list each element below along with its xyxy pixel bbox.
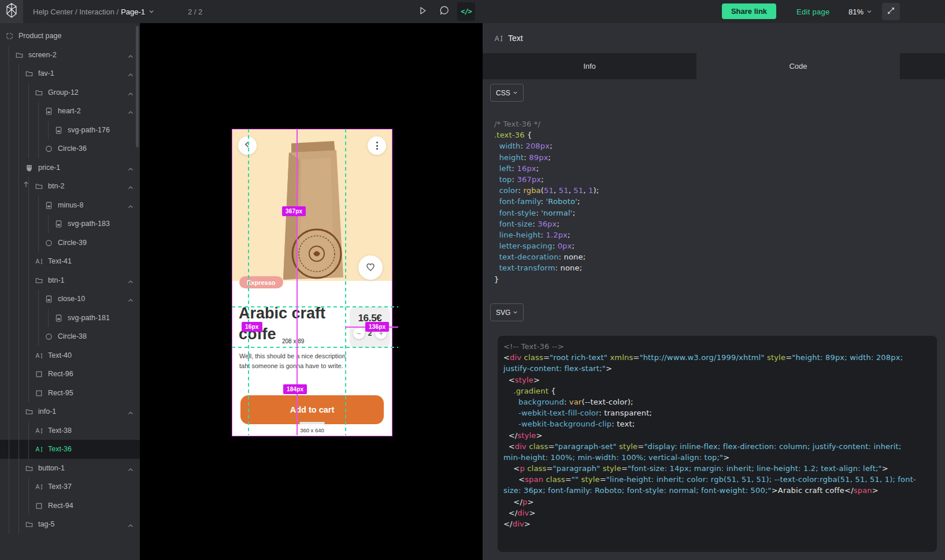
layer-item-svg-path-181[interactable]: svg-path-181 xyxy=(0,309,140,328)
layer-item-text-38[interactable]: AText-38 xyxy=(0,421,140,440)
device-frame[interactable]: Expresso Arabic craft coffe 16.5€ − 2 + … xyxy=(232,129,392,436)
sidebar-scrollbar[interactable] xyxy=(136,26,139,147)
css-code-block[interactable]: /* Text-36 */.text-36 { width: 208px; he… xyxy=(494,118,599,285)
chevron-up-icon[interactable] xyxy=(127,165,134,172)
chevron-left-icon xyxy=(243,140,252,151)
layer-item-text-37[interactable]: AText-37 xyxy=(0,477,140,496)
fullscreen-button[interactable] xyxy=(882,3,900,20)
layer-item-screen-2[interactable]: screen-2 xyxy=(0,46,140,65)
indent-guide xyxy=(18,440,19,459)
layer-item-btn-1[interactable]: btn-1 xyxy=(0,271,140,290)
layer-item-circle-39[interactable]: Circle-39 xyxy=(0,233,140,253)
indent-guide xyxy=(9,102,9,121)
chevron-up-icon[interactable] xyxy=(127,71,134,77)
layer-item-btn-2[interactable]: btn-2 xyxy=(0,177,140,196)
tab-code[interactable]: Code xyxy=(696,53,900,79)
layer-item-circle-38[interactable]: Circle-38 xyxy=(0,327,140,346)
canvas[interactable]: Expresso Arabic craft coffe 16.5€ − 2 + … xyxy=(140,23,483,560)
layer-item-price-1[interactable]: price-1 xyxy=(0,158,140,177)
mask-icon xyxy=(25,164,33,172)
chevron-up-icon[interactable] xyxy=(127,202,134,209)
layer-item-rect-96[interactable]: Rect-96 xyxy=(0,365,140,384)
code-mode-button[interactable]: </> xyxy=(457,2,475,21)
indent-guide xyxy=(9,327,9,346)
layer-item-product page[interactable]: Product page xyxy=(0,27,140,46)
layer-item-button-1[interactable]: button-1 xyxy=(0,459,140,478)
chevron-up-icon[interactable] xyxy=(127,465,134,472)
rect-icon xyxy=(35,502,43,510)
back-button[interactable] xyxy=(238,136,257,155)
text-size-label: 208 x 89 xyxy=(282,338,304,344)
indent-guide xyxy=(18,365,19,384)
chevron-up-icon[interactable] xyxy=(127,90,134,97)
minus-button[interactable]: − xyxy=(353,328,365,339)
layer-item-circle-36[interactable]: Circle-36 xyxy=(0,139,140,158)
code-line: </style> xyxy=(503,430,916,441)
svg-code-box[interactable]: <!-- Text-36 --><div class="root rich-te… xyxy=(498,336,937,552)
add-to-cart-button[interactable]: Add to cart xyxy=(240,395,384,424)
code-line: <div class="root rich-text" xmlns="http:… xyxy=(503,352,916,363)
code-line: height: 89px; xyxy=(494,152,599,163)
layer-item-svg-path-176[interactable]: svg-path-176 xyxy=(0,121,140,140)
app-logo[interactable] xyxy=(0,0,23,23)
layer-item-close-10[interactable]: close-10 xyxy=(0,290,140,309)
code-icon: </> xyxy=(461,8,472,16)
indent-guide xyxy=(9,290,9,309)
indent-guide xyxy=(38,214,39,233)
measure-badge-width: 136px xyxy=(365,322,389,332)
layer-item-tag-5[interactable]: tag-5 xyxy=(0,515,140,534)
layer-label: btn-2 xyxy=(48,182,65,190)
chevron-up-icon[interactable] xyxy=(127,277,134,284)
code-line: <span class="" style="line-height: inher… xyxy=(503,474,916,485)
text-layer-icon: A xyxy=(494,34,503,43)
breadcrumb[interactable]: Help Center / Interaction / Page-1 xyxy=(33,0,154,23)
css-format-select[interactable]: CSS xyxy=(490,84,524,102)
folder-icon xyxy=(16,51,23,59)
svg-format-select[interactable]: SVG xyxy=(490,303,524,321)
layer-item-text-40[interactable]: AText-40 xyxy=(0,346,140,365)
comments-button[interactable] xyxy=(435,0,454,23)
preview-play-button[interactable] xyxy=(413,0,432,23)
layer-item-fav-1[interactable]: fav-1 xyxy=(0,64,140,83)
inspector-tabs: Info Code xyxy=(483,53,945,79)
layer-label: Rect-94 xyxy=(48,502,73,510)
share-link-button[interactable]: Share link xyxy=(722,3,776,19)
chevron-up-icon[interactable] xyxy=(127,183,134,190)
layer-item-rect-94[interactable]: Rect-94 xyxy=(0,496,140,516)
favorite-button[interactable] xyxy=(358,255,383,280)
layer-item-svg-path-183[interactable]: svg-path-183 xyxy=(0,214,140,233)
layer-item-heart-2[interactable]: heart-2 xyxy=(0,102,140,121)
indent-guide xyxy=(9,384,9,403)
layer-label: price-1 xyxy=(38,164,60,172)
indent-guide xyxy=(9,477,9,496)
chevron-up-icon[interactable] xyxy=(127,521,134,528)
edit-page-link[interactable]: Edit page xyxy=(796,0,830,23)
code-line: font-family: 'Roboto'; xyxy=(494,196,599,207)
layer-item-text-36[interactable]: AText-36 xyxy=(0,440,140,459)
zoom-level-control[interactable]: 81% xyxy=(848,0,872,23)
chevron-up-icon[interactable] xyxy=(127,108,134,115)
indent-guide xyxy=(9,346,9,365)
chevron-up-icon[interactable] xyxy=(127,52,134,59)
menu-button[interactable] xyxy=(368,136,386,155)
indent-guide xyxy=(28,309,29,328)
chevron-up-icon[interactable] xyxy=(127,296,134,303)
chevron-up-icon[interactable] xyxy=(127,409,134,416)
tab-info[interactable]: Info xyxy=(483,53,696,79)
indent-guide xyxy=(28,384,29,403)
chevron-down-icon xyxy=(513,310,518,315)
layer-item-minus-8[interactable]: minus-8 xyxy=(0,196,140,215)
layer-item-info-1[interactable]: info-1 xyxy=(0,402,140,421)
indent-guide xyxy=(18,515,19,534)
indent-guide xyxy=(9,158,9,177)
layer-item-text-41[interactable]: AText-41 xyxy=(0,252,140,271)
code-line: } xyxy=(494,274,599,285)
code-line: /* Text-36 */ xyxy=(494,118,599,129)
layer-item-group-12[interactable]: Group-12 xyxy=(0,83,140,102)
coffee-bag-image xyxy=(266,135,358,283)
layer-item-rect-95[interactable]: Rect-95 xyxy=(0,384,140,403)
layer-label: Rect-96 xyxy=(48,370,73,378)
code-line: min-height: 100%; min-width: 100%; verti… xyxy=(503,452,916,463)
svg-text:A: A xyxy=(36,484,40,490)
svg-text:A: A xyxy=(495,34,499,42)
